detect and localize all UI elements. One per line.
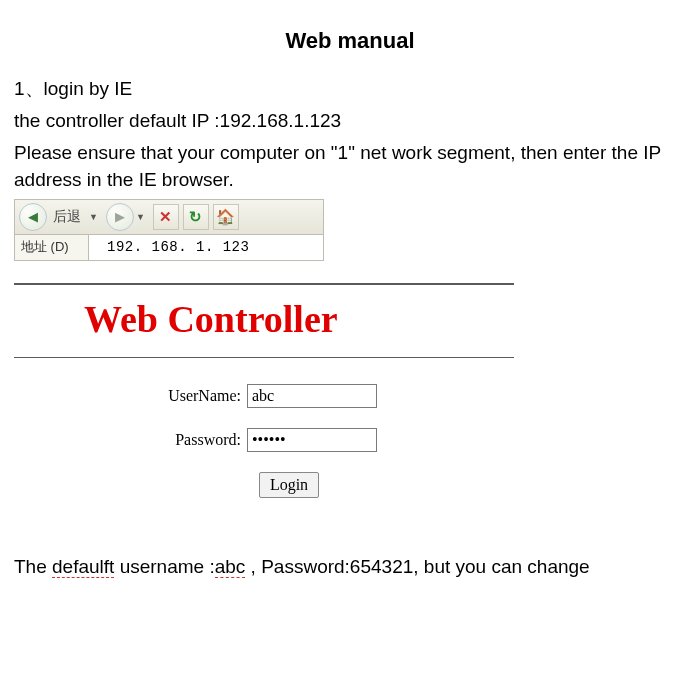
divider-bottom xyxy=(14,357,514,358)
password-field[interactable] xyxy=(247,428,377,452)
divider-top xyxy=(14,283,514,285)
stop-icon: ✕ xyxy=(159,208,172,226)
back-arrow-icon: ◀ xyxy=(28,209,38,224)
address-bar-row: 地址 (D) 192. 168. 1. 123 xyxy=(14,235,324,261)
forward-arrow-icon: ▶ xyxy=(115,209,125,224)
username-field[interactable] xyxy=(247,384,377,408)
back-dropdown-icon[interactable]: ▼ xyxy=(89,212,98,222)
password-label: Password: xyxy=(151,431,241,449)
intro-line-3: Please ensure that your computer on "1" … xyxy=(14,140,686,192)
footer-part-2: username : xyxy=(114,556,214,577)
back-label: 后退 xyxy=(53,208,81,226)
home-icon: 🏠 xyxy=(216,208,235,226)
page-title: Web manual xyxy=(14,28,686,54)
refresh-button[interactable]: ↻ xyxy=(183,204,209,230)
footer-abc: abc xyxy=(215,556,246,578)
username-label: UserName: xyxy=(151,387,241,405)
intro-line-1: 1、login by IE xyxy=(14,76,686,102)
login-panel: Web Controller UserName: Password: Login xyxy=(14,283,514,498)
browser-toolbar: ◀ 后退 ▼ ▶ ▼ ✕ ↻ 🏠 xyxy=(14,199,324,235)
address-label: 地址 (D) xyxy=(15,235,89,260)
intro-line-2: the controller default IP :192.168.1.123 xyxy=(14,108,686,134)
password-row: Password: xyxy=(14,428,514,452)
footer-defaulft: defaulft xyxy=(52,556,114,578)
footer-part-3: , Password:654321, but you can change xyxy=(245,556,589,577)
refresh-icon: ↻ xyxy=(189,208,202,226)
address-input[interactable]: 192. 168. 1. 123 xyxy=(89,235,323,260)
controller-heading: Web Controller xyxy=(14,297,514,341)
footer-part-1: The xyxy=(14,556,52,577)
login-button-row: Login xyxy=(14,472,514,498)
browser-chrome: ◀ 后退 ▼ ▶ ▼ ✕ ↻ 🏠 地址 (D) 192. 168. 1. 123 xyxy=(14,199,324,261)
forward-button[interactable]: ▶ xyxy=(106,203,134,231)
home-button[interactable]: 🏠 xyxy=(213,204,239,230)
username-row: UserName: xyxy=(14,384,514,408)
back-button[interactable]: ◀ xyxy=(19,203,47,231)
login-button[interactable]: Login xyxy=(259,472,319,498)
footer-text: The defaulft username :abc , Password:65… xyxy=(14,556,686,578)
stop-button[interactable]: ✕ xyxy=(153,204,179,230)
forward-dropdown-icon[interactable]: ▼ xyxy=(136,212,145,222)
